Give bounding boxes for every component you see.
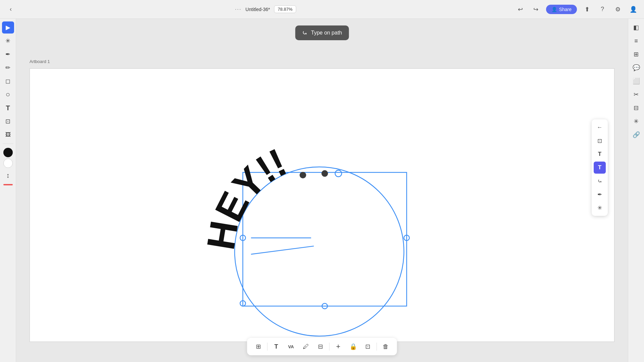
artboard-label: Artboard 1 — [30, 59, 50, 64]
bottom-toolbar: ⊞ T VA 🖊 ⊟ + 🔒 ⊡ 🗑 — [247, 338, 397, 355]
highlight-button[interactable]: 🖊 — [300, 341, 312, 353]
undo-button[interactable]: ↩ — [515, 4, 526, 15]
transform-tool[interactable]: ⊡ — [2, 115, 14, 127]
main-area: ▶ ✳ ✒ ✏ ◻ ○ T ⊡ 🖼 ↕ ⤿ Type on path Artbo… — [0, 19, 644, 362]
group-button[interactable]: ⊡ — [362, 341, 374, 353]
filter-button[interactable]: ≡ — [630, 35, 642, 47]
tooltip-icon: ⤿ — [302, 29, 308, 37]
fill-color-swatch[interactable] — [3, 148, 13, 157]
svg-point-7 — [321, 170, 328, 177]
radial-right-button[interactable]: ✳ — [630, 115, 642, 127]
stroke-color-swatch[interactable] — [3, 159, 13, 168]
stroke-indicator[interactable] — [3, 184, 13, 185]
select-tool[interactable]: ▶ — [2, 21, 14, 34]
table-button[interactable]: ⊞ — [630, 48, 642, 60]
share-label: Share — [559, 7, 572, 12]
canvas-area[interactable]: ⤿ Type on path Artboard 1 — [16, 19, 628, 362]
artboard-canvas[interactable]: HEY!! — [30, 68, 614, 342]
mini-text-on-path-button[interactable]: T — [594, 162, 606, 174]
pen-tool[interactable]: ✒ — [2, 48, 14, 60]
mini-text-button[interactable]: T — [594, 148, 606, 160]
delete-button[interactable]: 🗑 — [380, 341, 392, 353]
align-frame-button[interactable]: ⊞ — [253, 341, 265, 353]
divider-2 — [329, 343, 330, 351]
text-style-button[interactable]: T — [270, 341, 282, 353]
layers-stack-button[interactable]: ⊟ — [315, 341, 327, 353]
tooltip-text: Type on path — [311, 30, 342, 36]
resize-tool[interactable]: ↕ — [2, 169, 14, 181]
mini-radial-button[interactable]: ✳ — [594, 202, 606, 214]
svg-line-10 — [251, 246, 314, 254]
divider-1 — [267, 343, 268, 351]
divider-3 — [377, 343, 377, 351]
top-bar: ‹ ··· Untitled-36* 78.87% ↩ ↪ 👤 Share ⬆ … — [0, 0, 644, 19]
toolbar-separator — [3, 143, 13, 144]
add-button[interactable]: + — [332, 341, 344, 353]
upload-button[interactable]: ⬆ — [582, 4, 592, 15]
align-right-button[interactable]: ⊟ — [630, 102, 642, 114]
link-button[interactable]: 🔗 — [630, 129, 642, 141]
redo-button[interactable]: ↪ — [531, 4, 541, 15]
mini-curve-button[interactable]: ⤿ — [594, 175, 606, 187]
frame-button[interactable]: ⬜ — [630, 75, 642, 87]
image-tool[interactable]: 🖼 — [2, 129, 14, 141]
left-toolbar: ▶ ✳ ✒ ✏ ◻ ○ T ⊡ 🖼 ↕ — [0, 19, 16, 362]
type-on-path-tooltip: ⤿ Type on path — [295, 25, 349, 40]
text-tool[interactable]: T — [2, 102, 14, 114]
scissors-button[interactable]: ✂ — [630, 88, 642, 101]
mini-back-button[interactable]: ← — [594, 121, 606, 133]
lock-button[interactable]: 🔒 — [347, 341, 359, 353]
svg-text:HEY!!: HEY!! — [199, 140, 292, 253]
svg-point-6 — [300, 172, 306, 179]
mini-select-button[interactable]: ⊡ — [594, 135, 606, 147]
mini-toolbar: ← ⊡ T T ⤿ ✒ ✳ — [592, 119, 608, 216]
text-advanced-button[interactable]: VA — [285, 341, 297, 353]
mini-pen-button[interactable]: ✒ — [594, 188, 606, 200]
share-icon: 👤 — [551, 7, 557, 12]
layers-button[interactable]: ◧ — [630, 21, 642, 34]
comment-button[interactable]: 💬 — [630, 62, 642, 74]
right-toolbar: ◧ ≡ ⊞ 💬 ⬜ ✂ ⊟ ✳ 🔗 — [628, 19, 644, 362]
canvas-svg: HEY!! — [30, 69, 614, 342]
user-button[interactable]: 👤 — [628, 4, 639, 15]
shape-tool[interactable]: ○ — [2, 88, 14, 101]
settings-button[interactable]: ⚙ — [612, 4, 623, 15]
subselect-tool[interactable]: ✳ — [2, 35, 14, 47]
help-button[interactable]: ? — [597, 4, 608, 15]
zoom-control[interactable]: 78.87% — [274, 5, 296, 13]
menu-dots[interactable]: ··· — [235, 6, 241, 12]
file-title: Untitled-36* — [246, 7, 270, 12]
back-button[interactable]: ‹ — [5, 4, 16, 15]
share-button[interactable]: 👤 Share — [546, 5, 577, 14]
svg-point-8 — [335, 170, 342, 177]
eraser-tool[interactable]: ◻ — [2, 75, 14, 87]
pencil-tool[interactable]: ✏ — [2, 62, 14, 74]
